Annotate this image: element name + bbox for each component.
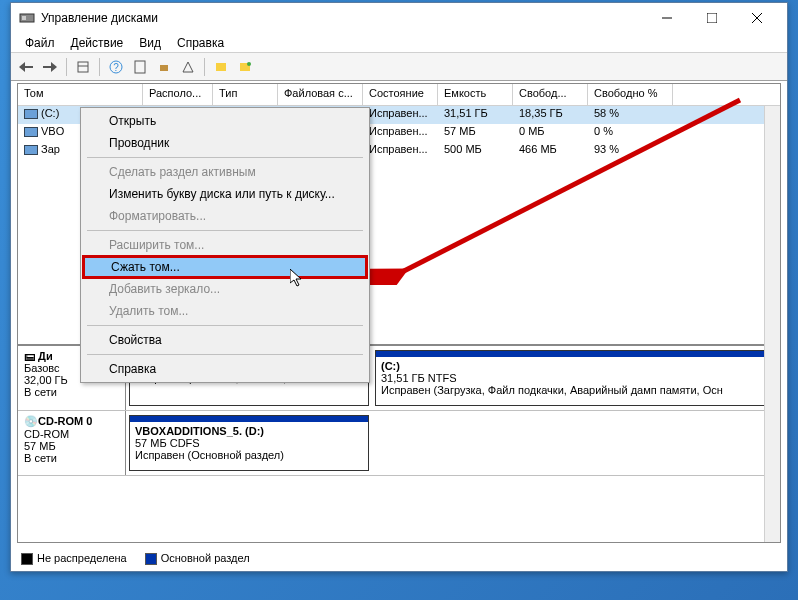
scrollbar-vertical[interactable]	[764, 106, 780, 542]
context-menu: Открыть Проводник Сделать раздел активны…	[80, 107, 370, 383]
minimize-button[interactable]	[644, 4, 689, 32]
cm-properties[interactable]: Свойства	[83, 329, 367, 351]
forward-button[interactable]	[39, 56, 61, 78]
toolbar-btn-1[interactable]	[72, 56, 94, 78]
volume-icon	[24, 109, 38, 119]
disk-row: 💿CD-ROM 0 CD-ROM 57 МБ В сети VBOXADDITI…	[18, 411, 780, 476]
part-title: (C:)	[381, 360, 771, 372]
toolbar-btn-7[interactable]	[234, 56, 256, 78]
col-capacity[interactable]: Емкость	[438, 84, 513, 105]
menubar: Файл Действие Вид Справка	[11, 33, 787, 53]
col-free[interactable]: Свобод...	[513, 84, 588, 105]
disk-info[interactable]: 💿CD-ROM 0 CD-ROM 57 МБ В сети	[18, 411, 126, 475]
svg-point-16	[247, 62, 251, 66]
cm-open[interactable]: Открыть	[83, 110, 367, 132]
cm-explorer[interactable]: Проводник	[83, 132, 367, 154]
disk-title: 💿CD-ROM 0	[24, 415, 119, 428]
part-size: 57 МБ CDFS	[135, 437, 363, 449]
svg-rect-14	[216, 63, 226, 71]
cm-change-letter[interactable]: Изменить букву диска или путь к диску...	[83, 183, 367, 205]
col-volume[interactable]: Том	[18, 84, 143, 105]
toolbar-btn-6[interactable]	[210, 56, 232, 78]
toolbar: ?	[11, 53, 787, 81]
app-icon	[19, 10, 35, 26]
cm-mirror: Добавить зеркало...	[83, 278, 367, 300]
col-type[interactable]: Тип	[213, 84, 278, 105]
disk-online: В сети	[24, 386, 119, 398]
cell-freep: 58 %	[588, 106, 673, 124]
part-title: VBOXADDITIONS_5. (D:)	[135, 425, 363, 437]
legend-primary: Основной раздел	[161, 552, 250, 564]
part-state: Исправен (Загрузка, Файл подкачки, Авари…	[381, 384, 771, 396]
col-filesystem[interactable]: Файловая с...	[278, 84, 363, 105]
cell-cap: 500 МБ	[438, 142, 513, 160]
menu-view[interactable]: Вид	[131, 34, 169, 52]
col-location[interactable]: Располо...	[143, 84, 213, 105]
svg-rect-13	[160, 65, 168, 71]
part-state: Исправен (Основной раздел)	[135, 449, 363, 461]
toolbar-btn-3[interactable]	[129, 56, 151, 78]
legend-swatch-unallocated	[21, 553, 33, 565]
col-state[interactable]: Состояние	[363, 84, 438, 105]
cm-delete: Удалить том...	[83, 300, 367, 322]
cell-volume: Зар	[41, 143, 60, 155]
legend-swatch-primary	[145, 553, 157, 565]
cell-free: 0 МБ	[513, 124, 588, 142]
cell-freep: 93 %	[588, 142, 673, 160]
cell-free: 18,35 ГБ	[513, 106, 588, 124]
window-title: Управление дисками	[41, 11, 644, 25]
svg-text:?: ?	[113, 62, 119, 73]
volume-icon	[24, 145, 38, 155]
cm-active: Сделать раздел активным	[83, 161, 367, 183]
cell-volume: VBO	[41, 125, 64, 137]
cell-state: Исправен...	[363, 124, 438, 142]
cell-cap: 31,51 ГБ	[438, 106, 513, 124]
cell-state: Исправен...	[363, 106, 438, 124]
partition[interactable]: (C:) 31,51 ГБ NTFS Исправен (Загрузка, Ф…	[375, 350, 777, 406]
menu-action[interactable]: Действие	[63, 34, 132, 52]
disk-online: В сети	[24, 452, 119, 464]
cell-free: 466 МБ	[513, 142, 588, 160]
cell-freep: 0 %	[588, 124, 673, 142]
table-header: Том Располо... Тип Файловая с... Состоян…	[18, 84, 780, 106]
volume-icon	[24, 127, 38, 137]
svg-rect-8	[78, 62, 88, 72]
svg-rect-3	[707, 13, 717, 23]
titlebar: Управление дисками	[11, 3, 787, 33]
disk-type: CD-ROM	[24, 428, 119, 440]
close-button[interactable]	[734, 4, 779, 32]
back-button[interactable]	[15, 56, 37, 78]
col-freepct[interactable]: Свободно %	[588, 84, 673, 105]
toolbar-btn-5[interactable]	[177, 56, 199, 78]
cm-format: Форматировать...	[83, 205, 367, 227]
cell-state: Исправен...	[363, 142, 438, 160]
cell-cap: 57 МБ	[438, 124, 513, 142]
menu-help[interactable]: Справка	[169, 34, 232, 52]
menu-file[interactable]: Файл	[17, 34, 63, 52]
maximize-button[interactable]	[689, 4, 734, 32]
cm-shrink[interactable]: Сжать том...	[83, 256, 367, 278]
legend: Не распределена Основной раздел	[21, 552, 250, 565]
legend-unallocated: Не распределена	[37, 552, 127, 564]
svg-rect-1	[22, 16, 26, 20]
svg-rect-12	[135, 61, 145, 73]
cm-help[interactable]: Справка	[83, 358, 367, 380]
disk-size: 57 МБ	[24, 440, 119, 452]
cm-extend: Расширить том...	[83, 234, 367, 256]
part-size: 31,51 ГБ NTFS	[381, 372, 771, 384]
help-icon[interactable]: ?	[105, 56, 127, 78]
cell-volume: (C:)	[41, 107, 59, 119]
toolbar-btn-4[interactable]	[153, 56, 175, 78]
partition[interactable]: VBOXADDITIONS_5. (D:) 57 МБ CDFS Исправе…	[129, 415, 369, 471]
